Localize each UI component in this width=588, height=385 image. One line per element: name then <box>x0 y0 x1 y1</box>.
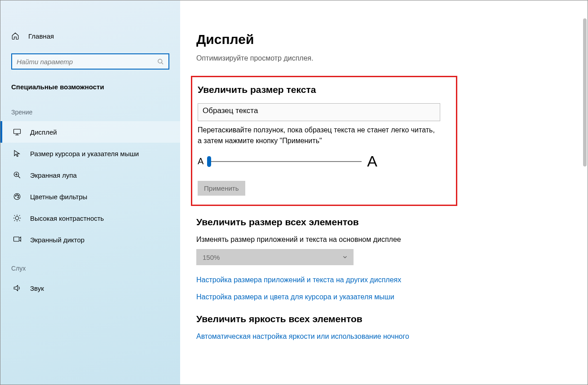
svg-point-18 <box>15 216 19 220</box>
svg-marker-28 <box>14 285 18 291</box>
svg-rect-27 <box>14 237 19 241</box>
scale-label: Изменять размер приложений и текста на о… <box>196 236 588 244</box>
magnifier-icon <box>13 171 21 179</box>
section-everything-larger: Увеличить размер всех элементов Изменять… <box>196 217 588 301</box>
highlighted-section: Увеличить размер текста Образец текста П… <box>191 76 457 206</box>
palette-icon <box>13 192 21 201</box>
sample-text-box: Образец текста <box>198 103 440 121</box>
sidebar-item-label: Экранный диктор <box>30 236 84 244</box>
slider-hint: Перетаскивайте ползунок, пока образец те… <box>198 125 440 146</box>
svg-point-4 <box>158 59 162 63</box>
section-brightness: Увеличить яркость всех элементов Автомат… <box>196 314 588 341</box>
scale-dropdown[interactable]: 150% <box>196 249 354 265</box>
svg-line-12 <box>18 176 20 178</box>
search-input[interactable] <box>17 58 157 66</box>
svg-point-14 <box>15 196 16 197</box>
link-other-displays[interactable]: Настройка размера приложений и текста на… <box>196 276 588 284</box>
search-input-wrapper[interactable] <box>11 53 169 70</box>
section-brightness-title: Увеличить яркость всех элементов <box>196 314 588 324</box>
svg-line-23 <box>14 215 15 216</box>
sidebar-item-label: Звук <box>30 284 44 292</box>
sidebar-item-label: Высокая контрастность <box>30 214 104 222</box>
sidebar-item-label: Дисплей <box>30 128 57 136</box>
group-vision-label: Зрение <box>0 109 180 116</box>
sidebar: Главная Специальные возможности Зрение Д… <box>0 0 180 385</box>
monitor-icon <box>13 128 21 136</box>
sound-icon <box>13 284 21 292</box>
sidebar-item-label: Цветные фильтры <box>30 193 87 201</box>
link-cursor-settings[interactable]: Настройка размера и цвета для курсора и … <box>196 293 588 301</box>
svg-line-25 <box>14 220 15 221</box>
section-everything-title: Увеличить размер всех элементов <box>196 217 588 228</box>
narrator-icon <box>13 236 21 244</box>
group-hearing-label: Слух <box>0 265 180 272</box>
sidebar-item-color-filters[interactable]: Цветные фильтры <box>0 186 180 207</box>
sidebar-item-cursor[interactable]: Размер курсора и указателя мыши <box>0 143 180 164</box>
apply-button[interactable]: Применить <box>198 181 245 196</box>
link-brightness-auto[interactable]: Автоматическая настройка яркости или исп… <box>196 332 588 341</box>
sidebar-item-label: Экранная лупа <box>30 171 77 179</box>
text-size-slider[interactable] <box>209 161 362 162</box>
svg-line-26 <box>19 220 20 221</box>
sidebar-item-high-contrast[interactable]: Высокая контрастность <box>0 207 180 229</box>
svg-rect-6 <box>14 129 21 134</box>
page-title: Дисплей <box>196 32 588 47</box>
contrast-icon <box>13 214 21 222</box>
scrollbar[interactable] <box>583 18 587 166</box>
slider-thumb[interactable] <box>207 156 211 167</box>
sidebar-item-label: Размер курсора и указателя мыши <box>30 150 139 158</box>
svg-line-24 <box>19 215 20 216</box>
sidebar-item-display[interactable]: Дисплей <box>0 121 180 143</box>
svg-point-17 <box>18 197 18 198</box>
category-header: Специальные возможности <box>0 83 180 91</box>
sidebar-item-sound[interactable]: Звук <box>0 277 180 299</box>
sidebar-item-narrator[interactable]: Экранный диктор <box>0 229 180 250</box>
svg-line-5 <box>161 62 163 64</box>
home-label: Главная <box>28 32 54 40</box>
slider-min-label: A <box>198 156 203 166</box>
main-content: Дисплей Оптимизируйте просмотр дисплея. … <box>180 0 588 385</box>
chevron-down-icon <box>342 254 348 260</box>
search-icon <box>157 58 164 65</box>
dropdown-value: 150% <box>203 254 220 261</box>
sidebar-item-magnifier[interactable]: Экранная лупа <box>0 164 180 186</box>
svg-point-16 <box>18 196 19 197</box>
slider-max-label: A <box>367 153 377 170</box>
home-icon <box>11 32 19 40</box>
section-text-size-title: Увеличить размер текста <box>198 84 451 95</box>
cursor-icon <box>13 149 21 158</box>
page-subtitle: Оптимизируйте просмотр дисплея. <box>196 54 588 62</box>
svg-point-15 <box>17 194 18 195</box>
text-size-slider-row: A A <box>198 153 451 170</box>
home-button[interactable]: Главная <box>0 27 180 44</box>
